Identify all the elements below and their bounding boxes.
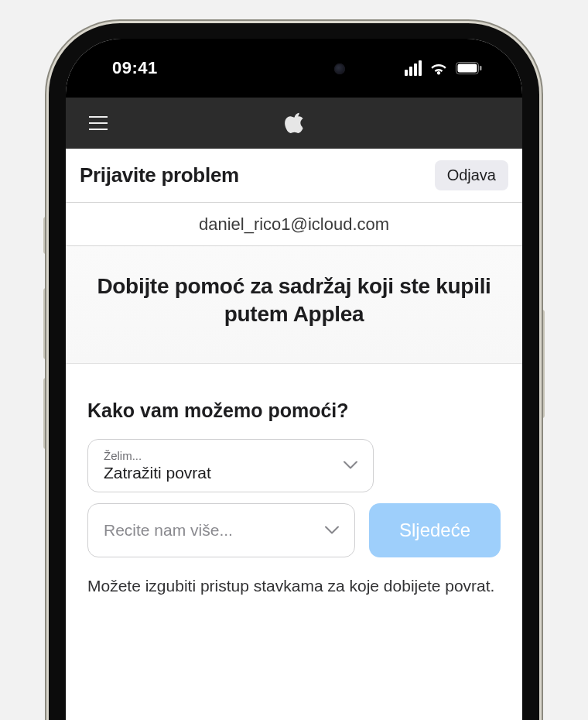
hero-section: Dobijte pomoć za sadržaj koji ste kupili… — [66, 246, 522, 364]
phone-frame: 09:41 — [49, 23, 539, 720]
camera-icon — [334, 63, 345, 74]
dynamic-island — [232, 53, 356, 85]
want-select-label: Želim... — [104, 449, 333, 462]
title-bar: Prijavite problem Odjava — [66, 149, 522, 203]
chevron-down-icon — [344, 461, 357, 470]
svg-rect-1 — [458, 64, 477, 73]
menu-button[interactable] — [83, 110, 114, 136]
side-button-vol-down — [43, 378, 49, 449]
want-select-value: Zatražiti povrat — [104, 464, 333, 482]
status-bar: 09:41 — [66, 39, 522, 98]
tell-more-placeholder: Recite nam više... — [104, 521, 314, 540]
want-select[interactable]: Želim... Zatražiti povrat — [87, 439, 374, 492]
form-question: Kako vam možemo pomoći? — [87, 399, 501, 422]
chevron-down-icon — [325, 526, 339, 534]
screen: 09:41 — [66, 39, 522, 720]
status-time: 09:41 — [112, 58, 158, 78]
wifi-icon — [429, 61, 448, 75]
refund-note: Možete izgubiti pristup stavkama za koje… — [87, 574, 501, 597]
status-indicators — [405, 60, 482, 76]
menu-icon — [89, 116, 108, 118]
svg-rect-2 — [480, 66, 482, 70]
form-section: Kako vam možemo pomoći? Želim... Zatraži… — [66, 364, 522, 597]
nav-bar — [66, 98, 522, 149]
side-button-vol-up — [43, 288, 49, 359]
account-bar: daniel_rico1@icloud.com — [66, 203, 522, 246]
hero-heading: Dobijte pomoć za sadržaj koji ste kupili… — [86, 273, 502, 329]
side-button-power — [539, 310, 545, 418]
account-email: daniel_rico1@icloud.com — [199, 214, 389, 235]
page-title: Prijavite problem — [80, 163, 239, 187]
tell-more-select[interactable]: Recite nam više... — [87, 503, 355, 557]
next-button[interactable]: Sljedeće — [369, 503, 501, 557]
battery-icon — [456, 62, 482, 74]
cellular-icon — [405, 60, 422, 76]
apple-logo-icon — [285, 112, 303, 134]
side-button-silence — [43, 217, 49, 254]
logout-button[interactable]: Odjava — [435, 160, 508, 190]
